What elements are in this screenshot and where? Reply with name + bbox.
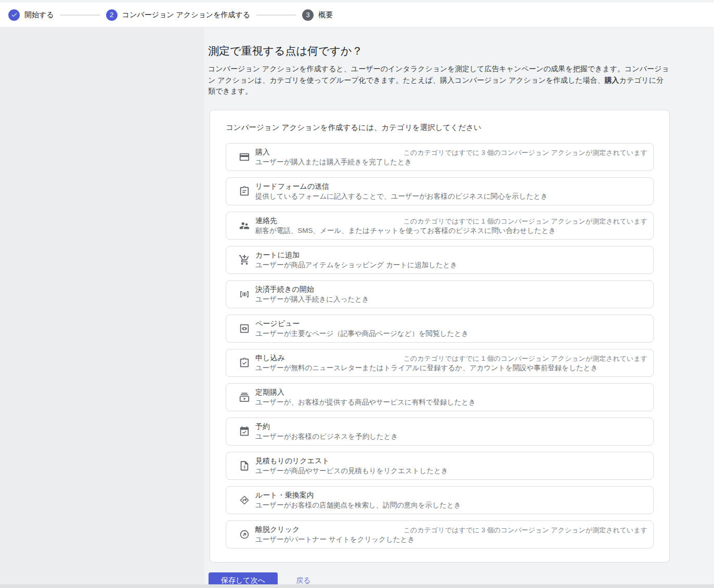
category-text: カートに追加ユーザーが商品アイテムをショッピング カートに追加したとき — [255, 250, 457, 270]
category-option-5[interactable]: 決済手続きの開始ユーザーが購入手続きに入ったとき — [226, 280, 654, 308]
wizard-stepper-header: 開始する2コンバージョン アクションを作成する3概要 — [0, 3, 714, 28]
step-1-completed[interactable]: 開始する — [8, 9, 54, 21]
category-title: ルート・乗換案内 — [255, 490, 461, 500]
credit-card-icon — [239, 151, 250, 163]
signup-check-icon — [239, 357, 250, 369]
category-description: ユーザーが購入手続きに入ったとき — [255, 294, 369, 305]
category-option-9[interactable]: 予約ユーザーがお客様のビジネスを予約したとき — [226, 417, 654, 446]
category-option-11[interactable]: ルート・乗換案内ユーザーがお客様の店舗拠点を検索し、訪問の意向を示したとき — [226, 486, 654, 514]
quote-request-icon: § — [239, 460, 250, 472]
add-to-cart-icon — [239, 254, 250, 266]
step-connector — [60, 15, 100, 16]
category-option-10[interactable]: §見積もりのリクエストユーザーが商品やサービスの見積もりをリクエストしたとき — [226, 452, 654, 480]
category-title: カートに追加 — [255, 250, 457, 260]
stepper: 開始する2コンバージョン アクションを作成する3概要 — [8, 9, 333, 21]
category-title: 予約 — [255, 421, 398, 432]
category-option-4[interactable]: カートに追加ユーザーが商品アイテムをショッピング カートに追加したとき — [226, 246, 654, 274]
category-description: ユーザーがお客様の店舗拠点を検索し、訪問の意向を示したとき — [255, 500, 461, 511]
step-label: コンバージョン アクションを作成する — [122, 10, 250, 20]
card-heading: コンバージョン アクションを作成するには、カテゴリを選択してください — [226, 123, 654, 133]
category-list: 購入ユーザーが購入または購入手続きを完了したときこのカテゴリではすでに 3 個の… — [226, 143, 654, 548]
directions-icon — [239, 494, 250, 506]
category-note: このカテゴリではすでに 3 個のコンバージョン アクションが測定されています — [404, 526, 647, 535]
svg-text:§: § — [243, 464, 245, 469]
category-text: 見積もりのリクエストユーザーが商品やサービスの見積もりをリクエストしたとき — [255, 455, 448, 476]
page-title: 測定で重視する点は何ですか？ — [208, 44, 671, 58]
step-number: 3 — [302, 9, 314, 21]
step-3-inactive[interactable]: 3概要 — [302, 9, 333, 21]
category-selection-card: コンバージョン アクションを作成するには、カテゴリを選択してください 購入ユーザ… — [210, 110, 670, 563]
category-option-2[interactable]: リードフォームの送信提供しているフォームに記入することで、ユーザーがお客様のビジ… — [226, 177, 654, 205]
category-note: このカテゴリではすでに 1 個のコンバージョン アクションが測定されています — [404, 217, 647, 226]
category-description: ユーザーが購入または購入手続きを完了したとき — [255, 157, 412, 167]
subscription-icon — [239, 391, 250, 403]
category-option-8[interactable]: 定期購入ユーザーが、お客様が提供する商品やサービスに有料で登録したとき — [226, 383, 654, 411]
category-title: 見積もりのリクエスト — [255, 455, 448, 466]
category-description: 顧客が電話、SMS、メール、またはチャットを使ってお客様のビジネスに問い合わせし… — [255, 226, 556, 236]
category-text: 定期購入ユーザーが、お客様が提供する商品やサービスに有料で登録したとき — [255, 387, 476, 408]
category-text: 離脱クリックユーザーがパートナー サイトをクリックしたとき — [255, 524, 414, 545]
category-title: リードフォームの送信 — [255, 181, 548, 191]
category-text: ページビューユーザーが主要なページ（記事や商品ページなど）を閲覧したとき — [255, 318, 469, 339]
category-description: ユーザーが商品やサービスの見積もりをリクエストしたとき — [255, 466, 448, 476]
category-description: ユーザーが主要なページ（記事や商品ページなど）を閲覧したとき — [255, 329, 469, 339]
left-background-panel — [0, 28, 204, 588]
category-title: 離脱クリック — [255, 524, 414, 534]
checkout-barcode-icon — [239, 289, 250, 300]
category-note: このカテゴリではすでに 1 個のコンバージョン アクションが測定されています — [404, 354, 647, 363]
category-title: 購入 — [255, 147, 412, 157]
category-description: ユーザーが無料のニュースレターまたはトライアルに登録するか、アカウントを開設や事… — [255, 363, 598, 373]
step-connector — [256, 15, 296, 16]
step-check-icon — [8, 9, 20, 21]
category-option-7[interactable]: 申し込みユーザーが無料のニュースレターまたはトライアルに登録するか、アカウントを… — [226, 349, 654, 377]
category-option-6[interactable]: ページビューユーザーが主要なページ（記事や商品ページなど）を閲覧したとき — [226, 315, 654, 343]
category-text: 購入ユーザーが購入または購入手続きを完了したとき — [255, 147, 412, 167]
category-description: ユーザーがパートナー サイトをクリックしたとき — [255, 534, 414, 545]
category-note: このカテゴリではすでに 3 個のコンバージョン アクションが測定されています — [404, 148, 647, 158]
category-text: リードフォームの送信提供しているフォームに記入することで、ユーザーがお客様のビジ… — [255, 181, 548, 202]
description-text: コンバージョン アクションを作成すると、ユーザーのインタラクションを測定して広告… — [208, 64, 669, 84]
step-2-active[interactable]: 2コンバージョン アクションを作成する — [106, 9, 250, 21]
calendar-check-icon — [239, 426, 250, 437]
exit-click-icon — [239, 529, 250, 540]
lead-form-icon — [239, 186, 250, 197]
contacts-icon — [239, 220, 250, 231]
category-description: 提供しているフォームに記入することで、ユーザーがお客様のビジネスに関心を示したと… — [255, 191, 548, 202]
category-title: 定期購入 — [255, 387, 476, 397]
category-title: ページビュー — [255, 318, 469, 329]
category-text: 決済手続きの開始ユーザーが購入手続きに入ったとき — [255, 284, 369, 305]
category-option-1[interactable]: 購入ユーザーが購入または購入手続きを完了したときこのカテゴリではすでに 3 個の… — [226, 143, 654, 171]
main-content: 測定で重視する点は何ですか？ コンバージョン アクションを作成すると、ユーザーの… — [208, 44, 671, 588]
step-number: 2 — [106, 9, 118, 21]
step-label: 概要 — [318, 10, 333, 20]
page-description: コンバージョン アクションを作成すると、ユーザーのインタラクションを測定して広告… — [208, 63, 670, 97]
category-description: ユーザーがお客様のビジネスを予約したとき — [255, 432, 398, 442]
description-bold-term: 購入 — [605, 76, 619, 84]
category-description: ユーザーが商品アイテムをショッピング カートに追加したとき — [255, 260, 457, 270]
category-text: 予約ユーザーがお客様のビジネスを予約したとき — [255, 421, 398, 442]
category-description: ユーザーが、お客様が提供する商品やサービスに有料で登録したとき — [255, 397, 476, 408]
pageview-icon — [239, 323, 250, 334]
category-title: 決済手続きの開始 — [255, 284, 369, 294]
category-option-3[interactable]: 連絡先顧客が電話、SMS、メール、またはチャットを使ってお客様のビジネスに問い合… — [226, 212, 654, 240]
category-option-12[interactable]: 離脱クリックユーザーがパートナー サイトをクリックしたときこのカテゴリではすでに… — [226, 520, 654, 548]
category-text: ルート・乗換案内ユーザーがお客様の店舗拠点を検索し、訪問の意向を示したとき — [255, 490, 461, 511]
step-label: 開始する — [24, 10, 54, 20]
page-top-gap — [0, 0, 714, 3]
page-bottom-strip — [0, 584, 714, 588]
